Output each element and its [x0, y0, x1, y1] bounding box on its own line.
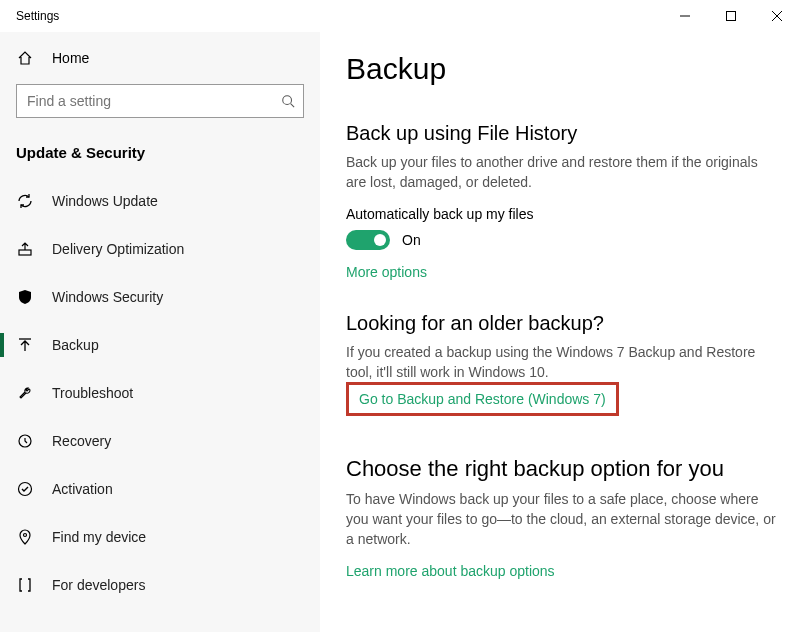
sidebar-item-label: Recovery — [52, 433, 111, 449]
sidebar-item-for-developers[interactable]: For developers — [0, 565, 320, 605]
sidebar-item-label: Find my device — [52, 529, 146, 545]
section-heading: Looking for an older backup? — [346, 312, 780, 335]
sidebar-item-label: For developers — [52, 577, 145, 593]
home-nav[interactable]: Home — [0, 40, 320, 76]
sidebar-item-label: Windows Security — [52, 289, 163, 305]
svg-rect-1 — [727, 12, 736, 21]
nav-list: Windows Update Delivery Optimization Win… — [0, 181, 320, 613]
toggle-label: Automatically back up my files — [346, 206, 780, 222]
sidebar: Home Update & Security Windows Update — [0, 32, 320, 632]
more-options-link[interactable]: More options — [346, 264, 780, 280]
svg-rect-6 — [19, 250, 31, 255]
home-label: Home — [52, 50, 89, 66]
highlighted-link-box: Go to Backup and Restore (Windows 7) — [346, 382, 619, 416]
sidebar-item-label: Activation — [52, 481, 113, 497]
search-input[interactable] — [17, 93, 303, 109]
category-heading: Update & Security — [0, 130, 320, 181]
svg-point-10 — [24, 534, 27, 537]
maximize-button[interactable] — [708, 0, 754, 32]
toggle-row: On — [346, 230, 780, 250]
maximize-icon — [726, 11, 736, 21]
sidebar-item-activation[interactable]: Activation — [0, 469, 320, 509]
section-description: Back up your files to another drive and … — [346, 153, 780, 192]
sidebar-item-label: Delivery Optimization — [52, 241, 184, 257]
minimize-button[interactable] — [662, 0, 708, 32]
backup-icon — [16, 337, 34, 353]
check-circle-icon — [16, 481, 34, 497]
section-file-history: Back up using File History Back up your … — [346, 122, 780, 280]
recovery-icon — [16, 433, 34, 449]
window-title: Settings — [16, 9, 59, 23]
section-older-backup: Looking for an older backup? If you crea… — [346, 312, 780, 416]
sidebar-item-windows-security[interactable]: Windows Security — [0, 277, 320, 317]
sidebar-item-label: Troubleshoot — [52, 385, 133, 401]
section-description: If you created a backup using the Window… — [346, 343, 780, 382]
minimize-icon — [680, 11, 690, 21]
shield-icon — [16, 289, 34, 305]
sidebar-item-recovery[interactable]: Recovery — [0, 421, 320, 461]
section-heading: Choose the right backup option for you — [346, 456, 780, 482]
wrench-icon — [16, 385, 34, 401]
backup-restore-win7-link[interactable]: Go to Backup and Restore (Windows 7) — [359, 391, 606, 407]
sync-icon — [16, 193, 34, 209]
learn-more-link[interactable]: Learn more about backup options — [346, 563, 780, 579]
sidebar-item-delivery-optimization[interactable]: Delivery Optimization — [0, 229, 320, 269]
sidebar-item-label: Windows Update — [52, 193, 158, 209]
sidebar-item-troubleshoot[interactable]: Troubleshoot — [0, 373, 320, 413]
search-icon — [281, 94, 295, 108]
sidebar-item-find-my-device[interactable]: Find my device — [0, 517, 320, 557]
window-controls — [662, 0, 800, 32]
delivery-icon — [16, 241, 34, 257]
toggle-state: On — [402, 232, 421, 248]
main-panel: Backup Back up using File History Back u… — [320, 32, 800, 632]
sidebar-item-label: Backup — [52, 337, 99, 353]
auto-backup-toggle[interactable] — [346, 230, 390, 250]
section-choose-option: Choose the right backup option for you T… — [346, 456, 780, 579]
location-icon — [16, 529, 34, 545]
page-title: Backup — [346, 52, 780, 86]
section-description: To have Windows back up your files to a … — [346, 490, 780, 549]
sidebar-item-windows-update[interactable]: Windows Update — [0, 181, 320, 221]
svg-point-9 — [19, 483, 32, 496]
close-button[interactable] — [754, 0, 800, 32]
home-icon — [16, 50, 34, 66]
section-heading: Back up using File History — [346, 122, 780, 145]
search-container — [0, 76, 320, 130]
svg-line-5 — [291, 104, 295, 108]
brackets-icon — [16, 577, 34, 593]
titlebar: Settings — [0, 0, 800, 32]
sidebar-item-backup[interactable]: Backup — [0, 325, 320, 365]
svg-point-4 — [283, 96, 292, 105]
content-area: Home Update & Security Windows Update — [0, 32, 800, 632]
search-box[interactable] — [16, 84, 304, 118]
close-icon — [772, 11, 782, 21]
